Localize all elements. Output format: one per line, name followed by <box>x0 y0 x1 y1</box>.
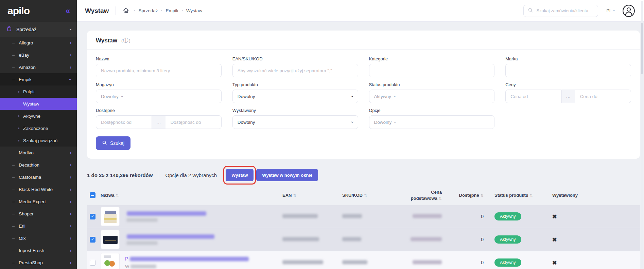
table-header: Nazwa⇅ EAN⇅ SKU/KOD⇅ Cenapodstawowa⇅ Dos… <box>87 187 640 205</box>
cena-do-input[interactable] <box>575 90 631 103</box>
breadcrumb-dot <box>182 10 183 11</box>
available-count: 0 <box>442 214 484 219</box>
dostepnosc-do-input[interactable] <box>166 115 221 129</box>
home-icon[interactable] <box>123 7 129 14</box>
language-selector[interactable]: PL › <box>606 8 615 13</box>
search-input[interactable] <box>536 8 594 13</box>
kategorie-input[interactable] <box>369 64 495 77</box>
sidebar-item-modivo[interactable]: –Modivo› <box>0 147 77 159</box>
column-header-dostepne[interactable]: Dostępne⇅ <box>442 193 484 198</box>
user-avatar[interactable] <box>622 4 635 17</box>
filter-field-kategorie: Kategorie <box>369 56 495 77</box>
field-label: EAN/SKU/KOD <box>232 56 358 61</box>
filter-card-title: Wystaw <box>96 37 117 44</box>
sidebar-item-olx[interactable]: –Olx› <box>0 232 77 244</box>
field-label: Marka <box>505 56 631 61</box>
column-header-cena-podstawowa[interactable]: Cenapodstawowa⇅ <box>401 189 442 201</box>
breadcrumb-dot <box>134 10 135 11</box>
global-search[interactable] <box>523 5 598 17</box>
field-label: Kategorie <box>369 56 495 61</box>
breadcrumb-item-wystaw[interactable]: Wystaw <box>186 8 202 13</box>
blurred-weight <box>126 218 158 222</box>
product-name-link[interactable]: P <box>125 256 128 262</box>
sort-icon: ⇅ <box>530 193 533 197</box>
range-separator: ... <box>562 90 575 103</box>
sidebar-collapse-icon[interactable]: « <box>66 7 70 15</box>
wystaw-button[interactable]: Wystaw <box>226 169 254 181</box>
row-checkbox[interactable]: ✓ <box>90 237 95 243</box>
nazwa-input[interactable] <box>96 64 222 77</box>
filter-field-opcje: Opcje Dowolny › <box>369 108 495 129</box>
table-row[interactable]: ✓ 0 Aktywny ✖ <box>87 205 640 228</box>
sidebar-item-pulpit[interactable]: Pulpit <box>0 85 77 98</box>
wystawiony-select[interactable]: Dowolny › <box>232 115 358 129</box>
filter-field-dostepne: Dostępne ... <box>96 108 222 129</box>
chevron-right-icon: › <box>70 211 71 216</box>
scrollbar-thumb[interactable] <box>641 23 643 74</box>
column-header-status-produktu[interactable]: Status produktu⇅ <box>484 193 552 198</box>
sidebar-item-ebay[interactable]: –eBay› <box>0 49 77 61</box>
sidebar-item-decathlon[interactable]: –Decathlon› <box>0 159 77 171</box>
chevron-right-icon: › <box>70 187 71 192</box>
info-icon[interactable]: ⓘ <box>121 37 130 44</box>
szukaj-button[interactable]: Szukaj <box>96 136 130 150</box>
sidebar-item-prestashop[interactable]: –PrestaShop› <box>0 256 77 269</box>
table-row[interactable]: ✓ 0 Aktywny ✖ <box>87 228 640 251</box>
sidebar-logo-row: apilo « <box>0 0 77 22</box>
column-header-wystawiony: Wystawiony <box>552 193 640 198</box>
status-produktu-dropdown[interactable]: Aktywny › <box>369 90 495 103</box>
product-weight-label: W <box>125 264 129 269</box>
blurred-sku <box>342 237 361 241</box>
dash-icon: – <box>12 77 15 82</box>
chevron-down-icon: › <box>68 28 73 30</box>
cena-od-input[interactable] <box>505 90 561 103</box>
product-thumbnail <box>101 207 120 226</box>
marka-input[interactable] <box>505 64 631 77</box>
status-badge: Aktywny <box>494 258 521 267</box>
row-checkbox[interactable]: ✓ <box>90 214 95 219</box>
blurred-sku <box>342 214 362 218</box>
sidebar-item-shoper[interactable]: –Shoper› <box>0 208 77 220</box>
breadcrumb-item-empik[interactable]: Empik <box>166 8 178 13</box>
filter-field-wystawiony: Wystawiony Dowolny › <box>232 108 358 129</box>
row-checkbox[interactable] <box>90 260 95 266</box>
magazyn-dropdown[interactable]: Dowolny › <box>96 90 222 103</box>
column-header-sku[interactable]: SKU/KOD⇅ <box>342 193 401 198</box>
blurred-product-name[interactable] <box>127 234 214 239</box>
sidebar-item-castorama[interactable]: –Castorama› <box>0 171 77 183</box>
blurred-sku <box>342 260 367 264</box>
sort-icon: ⇅ <box>439 196 442 200</box>
sidebar-item-szukaj-powiązań[interactable]: Szukaj powiązań <box>0 134 77 147</box>
select-all-checkbox[interactable] <box>90 192 95 198</box>
product-thumbnail <box>101 253 120 269</box>
sidebar-item-amazon[interactable]: –Amazon› <box>0 61 77 73</box>
table-row[interactable]: P W 0 Aktywny ✖ <box>87 251 640 269</box>
column-header-ean[interactable]: EAN⇅ <box>282 193 342 198</box>
dash-icon: – <box>12 236 15 241</box>
wystaw-w-nowym-oknie-button[interactable]: Wystaw w nowym oknie <box>256 169 318 181</box>
blurred-product-name[interactable] <box>127 211 206 216</box>
blurred-product-name[interactable] <box>130 257 249 261</box>
sidebar-item-empik[interactable]: –Empik› <box>0 73 77 85</box>
sidebar-item-media-expert[interactable]: –Media Expert› <box>0 195 77 208</box>
sidebar-item-allegro[interactable]: –Allegro› <box>0 37 77 49</box>
filter-field-magazyn: Magazyn Dowolny › <box>96 82 222 103</box>
sidebar-item-inpost-fresh[interactable]: –Inpost Fresh› <box>0 244 77 256</box>
field-label: Wystawiony <box>232 108 358 113</box>
sidebar-item-erli[interactable]: –Erli› <box>0 220 77 232</box>
sidebar-item-wystaw[interactable]: Wystaw <box>0 98 77 110</box>
ean-input[interactable] <box>232 64 358 77</box>
sidebar-section-label: Sprzedaż <box>16 27 66 32</box>
opcje-dropdown[interactable]: Dowolny › <box>369 115 495 129</box>
sidebar-section-sprzedaz[interactable]: Sprzedaż › <box>0 22 77 37</box>
bullet-icon <box>18 140 19 141</box>
typ-produktu-select[interactable]: Dowolny › <box>232 90 358 103</box>
blurred-ean <box>282 237 319 241</box>
dash-icon: – <box>12 65 15 70</box>
sidebar-item-black-red-white[interactable]: –Black Red White› <box>0 183 77 195</box>
dostepnosc-od-input[interactable] <box>96 115 152 129</box>
sidebar-item-zakończone[interactable]: Zakończone <box>0 122 77 134</box>
breadcrumb-item-sprzedaz[interactable]: Sprzedaż <box>138 8 158 13</box>
column-header-nazwa[interactable]: Nazwa⇅ <box>101 193 282 198</box>
sidebar-item-aktywne[interactable]: Aktywne <box>0 110 77 122</box>
